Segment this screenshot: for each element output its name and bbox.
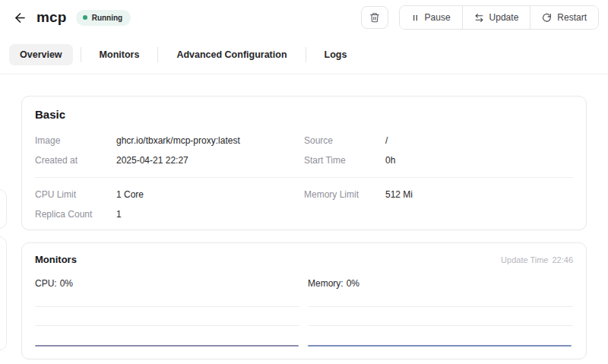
created-at-value: 2025-04-21 22:27 [116, 154, 304, 166]
memory-chart [308, 306, 573, 347]
main-content: Basic Image ghcr.io/tbxark/mcp-proxy:lat… [0, 74, 608, 359]
chart-gridline [35, 325, 300, 326]
cpu-metric-label: CPU: [35, 278, 57, 289]
image-value: ghcr.io/tbxark/mcp-proxy:latest [116, 135, 304, 147]
monitors-card-title: Monitors [35, 254, 77, 265]
cpu-limit-value: 1 Core [116, 188, 304, 201]
replica-count-label: Replica Count [35, 208, 116, 220]
tab-monitors[interactable]: Monitors [89, 44, 150, 65]
cpu-limit-label: CPU Limit [35, 188, 116, 201]
tab-separator [306, 47, 306, 62]
trash-icon [369, 12, 380, 23]
pause-icon [411, 14, 420, 22]
status-dot-icon [83, 15, 87, 20]
basic-card: Basic Image ghcr.io/tbxark/mcp-proxy:lat… [21, 96, 587, 230]
start-time-label: Start Time [304, 154, 385, 166]
arrows-left-right-icon [474, 13, 484, 23]
charts-row [35, 306, 573, 347]
tab-overview[interactable]: Overview [9, 44, 73, 65]
header: mcp Running Pause Update Restart [0, 0, 608, 35]
update-button-label: Update [489, 12, 519, 23]
cpu-chart-line [35, 345, 299, 347]
delete-button[interactable] [361, 6, 388, 29]
replica-count-value: 1 [116, 208, 304, 220]
tab-logs[interactable]: Logs [314, 44, 358, 65]
memory-limit-value: 512 Mi [385, 188, 573, 201]
cpu-chart [35, 306, 300, 347]
page-title: mcp [36, 9, 67, 26]
memory-metric-label: Memory: [308, 278, 344, 289]
memory-chart-line [308, 345, 572, 347]
action-button-group: Pause Update Restart [399, 5, 599, 30]
basic-fields: Image ghcr.io/tbxark/mcp-proxy:latest So… [35, 135, 573, 220]
image-label: Image [35, 135, 116, 147]
tab-separator [157, 47, 158, 62]
pause-button[interactable]: Pause [400, 6, 462, 29]
monitors-card: Monitors Update Time 22:46 CPU: 0% Memor… [21, 242, 587, 359]
basic-section-divider [35, 177, 573, 178]
chart-gridline [308, 306, 573, 307]
tab-advanced-configuration[interactable]: Advanced Configuration [166, 44, 297, 65]
created-at-label: Created at [35, 154, 116, 166]
update-time: Update Time 22:46 [501, 255, 573, 264]
start-time-value: 0h [385, 154, 573, 166]
source-value: / [385, 135, 573, 147]
restart-icon [542, 13, 552, 23]
cpu-metric: CPU: 0% [35, 278, 300, 289]
update-time-label: Update Time [501, 255, 548, 264]
monitors-header: Monitors Update Time 22:46 [35, 254, 573, 265]
metrics-row: CPU: 0% Memory: 0% [35, 278, 573, 289]
basic-card-title: Basic [35, 108, 573, 121]
update-time-value: 22:46 [552, 255, 573, 264]
pause-button-label: Pause [425, 12, 451, 23]
tab-separator [81, 47, 81, 62]
status-label: Running [92, 14, 123, 22]
restart-button-label: Restart [557, 12, 587, 23]
cpu-metric-value: 0% [60, 278, 73, 289]
chart-gridline [308, 325, 573, 326]
status-badge: Running [76, 10, 131, 26]
chart-gridline [35, 306, 300, 307]
memory-metric: Memory: 0% [308, 278, 573, 289]
source-label: Source [304, 135, 385, 147]
update-button[interactable]: Update [462, 6, 530, 29]
memory-limit-label: Memory Limit [304, 188, 385, 201]
tab-bar: Overview Monitors Advanced Configuration… [0, 35, 608, 74]
memory-metric-value: 0% [347, 278, 359, 289]
restart-button[interactable]: Restart [530, 6, 598, 29]
arrow-left-icon [13, 11, 27, 25]
back-button[interactable] [11, 8, 29, 27]
